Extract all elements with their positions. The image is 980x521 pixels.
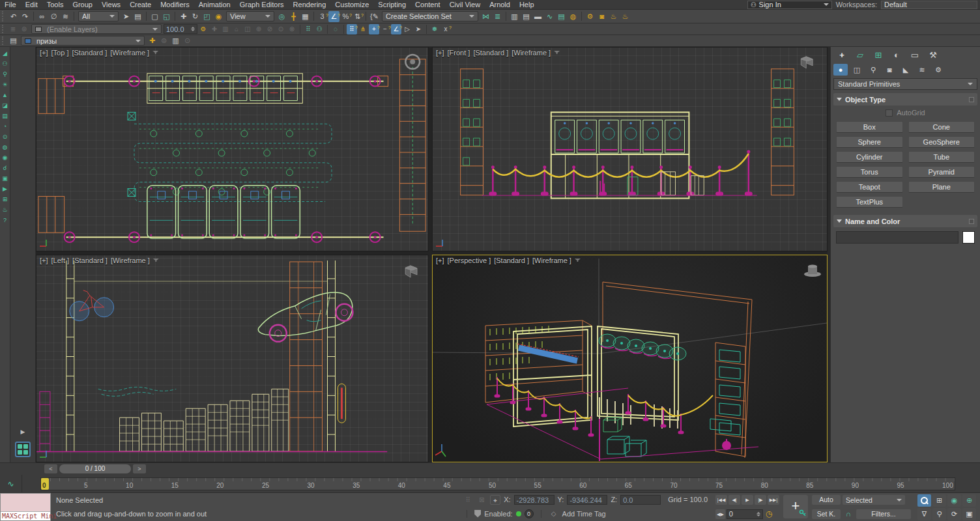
menu-item[interactable]: Arnold: [485, 0, 515, 10]
angle-snap-icon[interactable]: ∠: [328, 11, 339, 22]
toolbar-grip[interactable]: [2, 11, 5, 21]
spinner-arrows-icon[interactable]: [757, 512, 760, 516]
layer-value-field[interactable]: 100.0: [164, 24, 197, 34]
render-flyout-icon[interactable]: ♨: [620, 11, 631, 22]
isolate-selection-icon[interactable]: ⠿: [303, 24, 313, 35]
percent-snap-icon[interactable]: %: [340, 11, 351, 22]
render-setup-icon[interactable]: ⚙: [584, 11, 596, 22]
tab-hierarchy-icon[interactable]: ⊞: [870, 49, 887, 62]
select-and-place-icon[interactable]: ◉: [213, 11, 224, 22]
unlink-selection-icon[interactable]: ∅: [48, 11, 59, 22]
viewport-shading-menu[interactable]: [Wireframe ]: [512, 49, 551, 57]
pan-walk-icon[interactable]: ⚲: [932, 508, 946, 520]
menu-item[interactable]: Edit: [21, 0, 42, 10]
object-color-swatch[interactable]: [962, 231, 975, 244]
create-selection-set-dropdown[interactable]: Create Selection Set: [382, 11, 478, 21]
object-type-rollout[interactable]: Object Type: [833, 93, 977, 106]
menu-item[interactable]: Create: [125, 0, 156, 10]
per-view-filter-icon[interactable]: [152, 51, 158, 54]
menu-item[interactable]: Animation: [194, 0, 235, 10]
plane-tool-icon[interactable]: ▣: [1, 175, 9, 183]
object-type-button[interactable]: Tube: [908, 151, 975, 163]
previous-frame-scrub-button[interactable]: <: [44, 464, 57, 473]
menu-item[interactable]: Rendering: [289, 0, 331, 10]
viewport-name-menu[interactable]: [Perspective ]: [448, 257, 491, 264]
object-type-button[interactable]: Box: [836, 121, 903, 133]
select-and-rotate-icon[interactable]: ↻: [190, 11, 201, 22]
name-and-color-rollout[interactable]: Name and Color: [833, 215, 977, 227]
bell-tool-icon[interactable]: ◔: [1, 122, 9, 131]
use-pivot-point-center-icon[interactable]: ◎: [276, 11, 287, 22]
selection-set-keys-dropdown[interactable]: Selected: [843, 495, 905, 505]
menu-item[interactable]: Views: [97, 0, 125, 10]
mini-curve-editor-button[interactable]: ∿: [0, 475, 22, 492]
viewport-shading-menu[interactable]: [Wireframe ]: [110, 49, 149, 57]
tab-utilities-icon[interactable]: ⚒: [925, 49, 942, 62]
play-button[interactable]: ▶: [742, 495, 753, 505]
selection-lock-toggle-icon[interactable]: ⊠: [476, 495, 487, 505]
select-object-icon[interactable]: ➤: [121, 11, 132, 22]
viewport-menu-plus[interactable]: [+]: [436, 257, 444, 264]
soft-selection-icon[interactable]: ◌: [330, 24, 341, 35]
key-filters-icon[interactable]: ∩: [843, 510, 854, 518]
spinner-snap-icon[interactable]: ⇅: [352, 11, 363, 22]
scene-layer-list-icon[interactable]: ▤: [8, 35, 19, 46]
play-tool-icon[interactable]: ▶: [1, 185, 9, 193]
set-keys-button[interactable]: +: [783, 495, 808, 518]
layer-visibility-icon[interactable]: ⊙: [182, 35, 193, 46]
viewport-left-canvas[interactable]: [36, 255, 428, 462]
menu-item[interactable]: Customize: [330, 0, 373, 10]
zoom-icon[interactable]: [917, 494, 931, 507]
menu-item[interactable]: Civil View: [445, 0, 485, 10]
set-current-layer-icon[interactable]: ⌂: [231, 24, 242, 35]
next-frame-button[interactable]: |▶: [755, 495, 766, 505]
select-and-manipulate-icon[interactable]: ╋: [288, 11, 299, 22]
snap-pivot-icon[interactable]: ⋔: [358, 24, 368, 35]
select-and-move-icon[interactable]: ✚: [178, 11, 189, 22]
x-coordinate-field[interactable]: -2928.783: [514, 495, 555, 505]
scene-layer-dropdown[interactable]: призы: [21, 36, 145, 46]
current-frame-field[interactable]: 0: [727, 509, 763, 519]
freeze-transform-icon[interactable]: ❅: [429, 24, 440, 35]
zoom-all-icon[interactable]: ⊞: [932, 494, 946, 507]
current-frame-indicator[interactable]: 0 / 100: [59, 464, 131, 473]
autogrid-checkbox[interactable]: [886, 109, 893, 117]
primitive-category-dropdown[interactable]: Standard Primitives: [833, 78, 977, 90]
viewport-perspective-canvas[interactable]: [433, 255, 827, 462]
sun-tool-icon[interactable]: ☀: [1, 81, 9, 89]
maxscript-mini-listener[interactable]: MAXScript Mini: [0, 493, 51, 521]
object-type-button[interactable]: Teapot: [836, 181, 903, 193]
auto-key-button[interactable]: Auto: [812, 495, 841, 505]
clear-transform-icon[interactable]: x: [440, 24, 451, 35]
timeline-ruler[interactable]: 0510152025303540455055606570758085909510…: [40, 477, 955, 490]
per-view-filter-icon[interactable]: [554, 51, 560, 54]
viewport-front-canvas[interactable]: [433, 48, 827, 251]
tab-motion-icon[interactable]: ◐: [888, 49, 905, 62]
spinner-arrows-icon[interactable]: [191, 27, 195, 31]
viewport-layout-tab[interactable]: [15, 442, 31, 457]
object-type-button[interactable]: Sphere: [836, 136, 903, 148]
viewport-top[interactable]: [+] [Top ] [Standard ] [Wireframe ]: [36, 47, 429, 251]
viewport-front[interactable]: [+] [Front ] [Standard ] [Wireframe ]: [432, 47, 828, 251]
isolate-selection-toggle-icon[interactable]: ⠿: [463, 495, 473, 505]
menu-item[interactable]: Help: [515, 0, 539, 10]
select-objects-in-layer-icon[interactable]: ▥: [220, 24, 231, 35]
object-type-button[interactable]: GeoSphere: [908, 136, 975, 148]
sign-in-dropdown[interactable]: ⚇ Sign In: [747, 1, 832, 9]
object-type-button[interactable]: Cone: [908, 121, 975, 133]
viewport-menu-plus[interactable]: [+]: [40, 49, 48, 57]
maximize-viewport-icon[interactable]: ▣: [962, 508, 976, 520]
toolbar-grip[interactable]: [2, 36, 5, 46]
vehicle-tool-icon[interactable]: ◢: [1, 49, 9, 58]
time-configuration-icon[interactable]: ◷: [766, 509, 772, 518]
paste-layer-icon[interactable]: ⊕: [253, 24, 264, 35]
layer-properties-icon[interactable]: ⊗: [287, 24, 297, 35]
zoom-extents-all-icon[interactable]: ⊕: [962, 494, 976, 507]
cone-tool-icon[interactable]: ▲: [1, 91, 9, 100]
absolute-mode-icon[interactable]: ⌖: [490, 495, 500, 505]
next-frame-scrub-button[interactable]: >: [133, 464, 146, 473]
light-tool-icon[interactable]: ⚲: [1, 70, 9, 79]
toggle-scene-explorer-icon[interactable]: ▥: [509, 11, 520, 22]
object-type-button[interactable]: Pyramid: [908, 166, 975, 178]
layer-settings-icon[interactable]: ⚙: [198, 24, 209, 35]
